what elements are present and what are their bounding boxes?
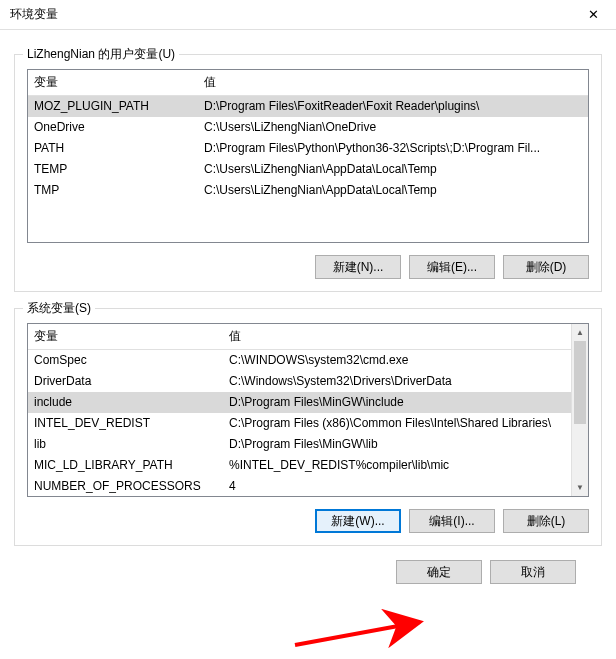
cell-value: C:\WINDOWS\system32\cmd.exe <box>223 350 571 371</box>
sys-new-button[interactable]: 新建(W)... <box>315 509 401 533</box>
table-row[interactable]: TEMPC:\Users\LiZhengNian\AppData\Local\T… <box>28 159 588 180</box>
sys-delete-button[interactable]: 删除(L) <box>503 509 589 533</box>
sys-vars-legend: 系统变量(S) <box>23 300 95 317</box>
cell-value: C:\Program Files (x86)\Common Files\Inte… <box>223 413 571 434</box>
sys-vars-table-wrap: 变量 值 ComSpecC:\WINDOWS\system32\cmd.exeD… <box>27 323 589 497</box>
cell-value: D:\Program Files\MinGW\include <box>223 392 571 413</box>
cell-value: D:\Program Files\FoxitReader\Foxit Reade… <box>198 96 588 117</box>
sys-vars-scrollbar[interactable]: ▲ ▼ <box>571 324 588 496</box>
col-value[interactable]: 值 <box>198 70 588 96</box>
svg-line-0 <box>295 622 420 645</box>
scroll-up-icon[interactable]: ▲ <box>572 324 588 341</box>
sys-vars-buttons: 新建(W)... 编辑(I)... 删除(L) <box>27 509 589 533</box>
table-row[interactable]: MOZ_PLUGIN_PATHD:\Program Files\FoxitRea… <box>28 96 588 117</box>
sys-edit-button[interactable]: 编辑(I)... <box>409 509 495 533</box>
dialog-footer: 确定 取消 <box>14 546 602 584</box>
cell-name: MIC_LD_LIBRARY_PATH <box>28 455 223 476</box>
cell-name: TEMP <box>28 159 198 180</box>
cell-name: NUMBER_OF_PROCESSORS <box>28 476 223 497</box>
user-vars-table-wrap: 变量 值 MOZ_PLUGIN_PATHD:\Program Files\Fox… <box>27 69 589 243</box>
cell-name: DriverData <box>28 371 223 392</box>
scroll-track[interactable] <box>572 341 588 479</box>
table-row[interactable]: TMPC:\Users\LiZhengNian\AppData\Local\Te… <box>28 180 588 201</box>
sys-vars-group: 系统变量(S) 变量 值 ComSpecC:\WINDOWS\system32\… <box>14 308 602 546</box>
titlebar: 环境变量 ✕ <box>0 0 616 30</box>
close-icon: ✕ <box>588 7 599 22</box>
cell-value: C:\Users\LiZhengNian\AppData\Local\Temp <box>198 180 588 201</box>
dialog-content: LiZhengNian 的用户变量(U) 变量 值 MOZ_PLUGIN_PAT… <box>0 30 616 598</box>
table-row[interactable]: MIC_LD_LIBRARY_PATH%INTEL_DEV_REDIST%com… <box>28 455 571 476</box>
cell-value: D:\Program Files\Python\Python36-32\Scri… <box>198 138 588 159</box>
cell-value: 4 <box>223 476 571 497</box>
cell-value: %INTEL_DEV_REDIST%compiler\lib\mic <box>223 455 571 476</box>
cell-name: lib <box>28 434 223 455</box>
cell-name: ComSpec <box>28 350 223 371</box>
cell-value: C:\Windows\System32\Drivers\DriverData <box>223 371 571 392</box>
close-button[interactable]: ✕ <box>571 0 616 30</box>
table-row[interactable]: NUMBER_OF_PROCESSORS4 <box>28 476 571 497</box>
cell-name: PATH <box>28 138 198 159</box>
scroll-down-icon[interactable]: ▼ <box>572 479 588 496</box>
sys-vars-table[interactable]: 变量 值 ComSpecC:\WINDOWS\system32\cmd.exeD… <box>28 324 571 496</box>
col-name[interactable]: 变量 <box>28 324 223 350</box>
cell-name: MOZ_PLUGIN_PATH <box>28 96 198 117</box>
table-row[interactable]: PATHD:\Program Files\Python\Python36-32\… <box>28 138 588 159</box>
table-row[interactable]: ComSpecC:\WINDOWS\system32\cmd.exe <box>28 350 571 371</box>
cell-name: OneDrive <box>28 117 198 138</box>
arrow-annotation <box>290 590 450 650</box>
user-delete-button[interactable]: 删除(D) <box>503 255 589 279</box>
cell-name: include <box>28 392 223 413</box>
user-vars-legend: LiZhengNian 的用户变量(U) <box>23 46 179 63</box>
cell-name: INTEL_DEV_REDIST <box>28 413 223 434</box>
cell-value: C:\Users\LiZhengNian\AppData\Local\Temp <box>198 159 588 180</box>
table-row[interactable]: includeD:\Program Files\MinGW\include <box>28 392 571 413</box>
user-vars-table[interactable]: 变量 值 MOZ_PLUGIN_PATHD:\Program Files\Fox… <box>28 70 588 201</box>
window-title: 环境变量 <box>10 6 58 23</box>
col-name[interactable]: 变量 <box>28 70 198 96</box>
user-vars-buttons: 新建(N)... 编辑(E)... 删除(D) <box>27 255 589 279</box>
table-row[interactable]: DriverDataC:\Windows\System32\Drivers\Dr… <box>28 371 571 392</box>
user-vars-group: LiZhengNian 的用户变量(U) 变量 值 MOZ_PLUGIN_PAT… <box>14 54 602 292</box>
ok-button[interactable]: 确定 <box>396 560 482 584</box>
cell-value: C:\Users\LiZhengNian\OneDrive <box>198 117 588 138</box>
col-value[interactable]: 值 <box>223 324 571 350</box>
scroll-thumb[interactable] <box>574 341 586 424</box>
cancel-button[interactable]: 取消 <box>490 560 576 584</box>
table-row[interactable]: libD:\Program Files\MinGW\lib <box>28 434 571 455</box>
table-row[interactable]: OneDriveC:\Users\LiZhengNian\OneDrive <box>28 117 588 138</box>
user-new-button[interactable]: 新建(N)... <box>315 255 401 279</box>
cell-name: TMP <box>28 180 198 201</box>
table-row[interactable]: INTEL_DEV_REDISTC:\Program Files (x86)\C… <box>28 413 571 434</box>
cell-value: D:\Program Files\MinGW\lib <box>223 434 571 455</box>
user-edit-button[interactable]: 编辑(E)... <box>409 255 495 279</box>
